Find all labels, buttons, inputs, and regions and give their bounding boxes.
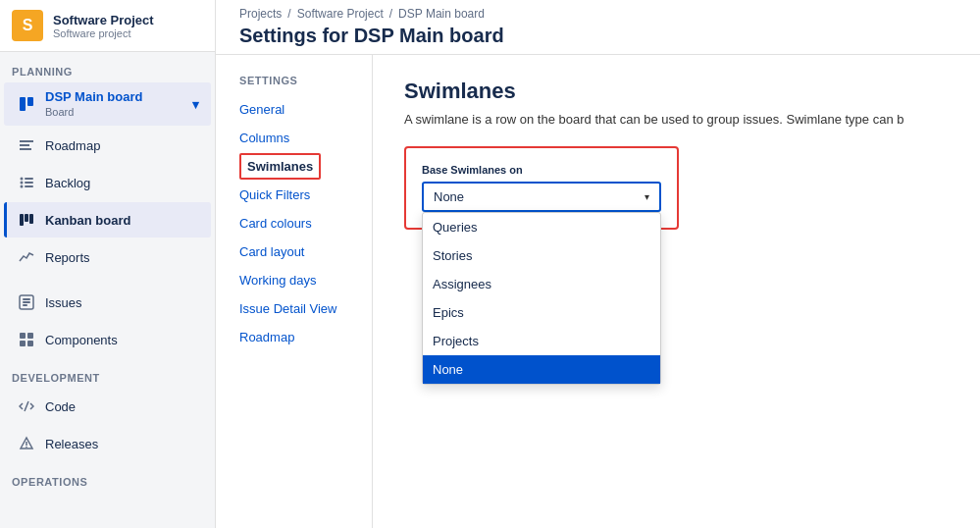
project-info: Software Project Software project: [53, 13, 154, 39]
svg-rect-15: [23, 298, 30, 300]
kanban-label: Kanban board: [45, 213, 199, 228]
issues-icon: [16, 291, 37, 313]
code-label: Code: [45, 399, 199, 414]
dropdown-option-none[interactable]: None: [423, 355, 660, 384]
svg-point-9: [21, 185, 24, 188]
dropdown-option-epics[interactable]: Epics: [423, 298, 660, 327]
swimlane-box: Base Swimlanes on None ▾ Queries Stories…: [404, 146, 679, 230]
settings-nav-roadmap[interactable]: Roadmap: [239, 324, 372, 350]
roadmap-label: Roadmap: [45, 138, 199, 153]
settings-nav-columns[interactable]: Columns: [239, 125, 372, 151]
svg-rect-6: [25, 178, 33, 180]
settings-content: Swimlanes A swimlane is a row on the boa…: [373, 55, 980, 528]
dropdown-option-stories[interactable]: Stories: [423, 241, 660, 270]
swimlane-dropdown-trigger[interactable]: None ▾: [422, 182, 661, 212]
settings-nav-title: SETTINGS: [239, 75, 372, 86]
sidebar-item-kanban-board[interactable]: Kanban board: [4, 202, 211, 238]
svg-rect-12: [25, 214, 28, 222]
breadcrumb: Projects / Software Project / DSP Main b…: [239, 7, 504, 21]
chevron-down-icon: ▾: [192, 97, 199, 112]
svg-line-22: [25, 401, 28, 411]
swimlanes-heading: Swimlanes: [404, 79, 949, 104]
dropdown-option-assignees[interactable]: Assignees: [423, 270, 660, 298]
swimlanes-description: A swimlane is a row on the board that ca…: [404, 112, 949, 127]
settings-nav-card-colours[interactable]: Card colours: [239, 210, 372, 237]
swimlane-dropdown-wrapper: None ▾ Queries Stories Assignees Epics P…: [422, 182, 661, 212]
svg-rect-2: [20, 140, 33, 142]
base-swimlanes-label: Base Swimlanes on: [422, 164, 661, 176]
issues-label: Issues: [45, 295, 199, 310]
svg-rect-10: [25, 185, 33, 187]
chevron-down-icon: ▾: [645, 191, 649, 202]
sidebar-item-issues[interactable]: Issues: [4, 285, 211, 320]
kanban-icon: [16, 209, 37, 231]
section-planning: PLANNING: [0, 52, 215, 81]
sidebar-item-backlog[interactable]: Backlog: [4, 165, 211, 200]
svg-rect-1: [27, 97, 33, 106]
swimlane-dropdown-menu: Queries Stories Assignees Epics Projects…: [422, 212, 661, 385]
dsp-board-label: DSP Main boardBoard: [45, 89, 192, 119]
settings-nav-card-layout[interactable]: Card layout: [239, 238, 372, 265]
svg-rect-8: [25, 182, 33, 184]
svg-rect-0: [20, 97, 26, 111]
breadcrumb-sep2: /: [389, 7, 392, 21]
breadcrumb-software-project[interactable]: Software Project: [297, 7, 384, 21]
svg-rect-18: [20, 333, 26, 339]
components-icon: [16, 329, 37, 350]
sidebar-item-components[interactable]: Components: [4, 322, 211, 357]
sidebar: S Software Project Software project PLAN…: [0, 0, 216, 528]
components-label: Components: [45, 333, 199, 347]
roadmap-icon: [16, 134, 37, 156]
breadcrumb-projects[interactable]: Projects: [239, 7, 282, 21]
svg-rect-19: [27, 333, 33, 339]
svg-point-5: [21, 178, 24, 181]
board-icon: [16, 93, 37, 115]
project-subtitle: Software project: [53, 27, 154, 39]
svg-rect-16: [23, 301, 30, 303]
sidebar-item-code[interactable]: Code: [4, 389, 211, 424]
settings-nav-quick-filters[interactable]: Quick Filters: [239, 182, 372, 208]
settings-nav-working-days[interactable]: Working days: [239, 267, 372, 293]
reports-icon: [16, 246, 37, 268]
dropdown-current-value: None: [434, 189, 464, 204]
backlog-icon: [16, 172, 37, 193]
settings-nav: SETTINGS General Columns Swimlanes Quick…: [216, 55, 373, 528]
breadcrumb-sep1: /: [287, 7, 290, 21]
svg-rect-13: [29, 214, 33, 224]
project-logo: S: [12, 10, 43, 41]
topbar: Projects / Software Project / DSP Main b…: [216, 0, 980, 55]
svg-rect-4: [20, 148, 31, 150]
sidebar-item-dsp-main-board[interactable]: DSP Main boardBoard ▾: [4, 82, 211, 126]
page-title: Settings for DSP Main board: [239, 25, 504, 47]
section-operations: OPERATIONS: [0, 462, 215, 492]
dropdown-option-projects[interactable]: Projects: [423, 327, 660, 355]
reports-label: Reports: [45, 250, 199, 265]
svg-rect-17: [23, 304, 27, 306]
dropdown-option-queries[interactable]: Queries: [423, 213, 660, 241]
sidebar-header: S Software Project Software project: [0, 0, 215, 52]
svg-rect-3: [20, 144, 29, 146]
svg-rect-20: [20, 341, 26, 346]
settings-nav-swimlanes[interactable]: Swimlanes: [239, 153, 321, 180]
svg-rect-21: [27, 341, 33, 346]
sidebar-item-roadmap[interactable]: Roadmap: [4, 128, 211, 163]
project-name: Software Project: [53, 13, 154, 27]
releases-label: Releases: [45, 437, 199, 451]
sidebar-item-reports[interactable]: Reports: [4, 239, 211, 275]
code-icon: [16, 396, 37, 417]
svg-rect-11: [20, 214, 24, 226]
settings-nav-issue-detail-view[interactable]: Issue Detail View: [239, 295, 372, 322]
main-area: Projects / Software Project / DSP Main b…: [216, 0, 980, 528]
sidebar-item-releases[interactable]: Releases: [4, 426, 211, 461]
backlog-label: Backlog: [45, 176, 199, 190]
content-area: SETTINGS General Columns Swimlanes Quick…: [216, 55, 980, 528]
settings-nav-general[interactable]: General: [239, 96, 372, 123]
breadcrumb-dsp: DSP Main board: [398, 7, 485, 21]
svg-point-24: [26, 447, 27, 449]
section-development: DEVELOPMENT: [0, 358, 215, 388]
topbar-inner: Projects / Software Project / DSP Main b…: [239, 7, 504, 47]
svg-point-7: [21, 182, 24, 185]
releases-icon: [16, 433, 37, 454]
